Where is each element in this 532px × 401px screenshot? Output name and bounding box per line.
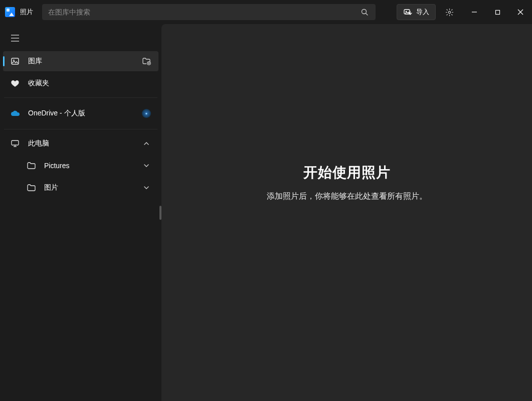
svg-rect-17 <box>12 141 19 145</box>
sidebar-item-label: 收藏夹 <box>28 79 152 88</box>
sidebar-item-pictures-cn[interactable]: 图片 <box>3 178 158 198</box>
import-label: 导入 <box>416 8 429 17</box>
sidebar-divider <box>4 129 157 129</box>
sidebar-item-pictures[interactable]: Pictures <box>3 156 158 176</box>
app-body: 图库 收藏夹 <box>0 24 532 401</box>
import-button[interactable]: 导入 <box>397 4 436 20</box>
window-controls <box>463 4 532 20</box>
gallery-icon <box>10 57 20 66</box>
svg-line-1 <box>366 14 368 16</box>
search-icon[interactable] <box>358 5 372 19</box>
sidebar: 图库 收藏夹 <box>0 24 161 401</box>
empty-state-subtitle: 添加照片后，你将能够在此处查看所有照片。 <box>267 191 427 202</box>
close-button[interactable] <box>509 4 532 20</box>
split-handle[interactable] <box>159 206 161 220</box>
sidebar-item-favorites[interactable]: 收藏夹 <box>3 73 158 93</box>
sidebar-item-label: OneDrive - 个人版 <box>28 109 132 118</box>
sidebar-divider <box>4 97 157 98</box>
titlebar: 照片 导入 <box>0 0 532 24</box>
onedrive-icon <box>10 110 20 117</box>
search-box[interactable] <box>42 4 376 20</box>
app-icon <box>5 7 15 17</box>
sidebar-item-thispc[interactable]: 此电脑 <box>3 133 158 154</box>
sidebar-item-label: 图片 <box>44 183 132 192</box>
sidebar-item-onedrive[interactable]: OneDrive - 个人版 • <box>3 102 158 125</box>
svg-point-13 <box>13 60 15 61</box>
svg-rect-12 <box>12 58 19 64</box>
svg-point-4 <box>448 11 450 13</box>
settings-button[interactable] <box>438 4 461 20</box>
chevron-down-icon[interactable] <box>140 163 152 169</box>
import-icon <box>403 8 412 17</box>
sidebar-item-label: Pictures <box>44 162 132 170</box>
chevron-down-icon[interactable] <box>140 185 152 191</box>
app-title: 照片 <box>20 8 33 17</box>
maximize-button[interactable] <box>486 4 509 20</box>
computer-icon <box>10 139 20 148</box>
hamburger-icon <box>11 35 19 42</box>
heart-icon <box>10 79 20 88</box>
search-input[interactable] <box>48 8 358 16</box>
folder-icon <box>26 162 36 170</box>
minimize-button[interactable] <box>463 4 486 20</box>
sidebar-item-gallery[interactable]: 图库 <box>3 51 158 71</box>
chevron-up-icon[interactable] <box>140 141 152 147</box>
add-folder-icon[interactable] <box>140 57 152 66</box>
hamburger-button[interactable] <box>5 29 25 47</box>
empty-state-title: 开始使用照片 <box>303 163 391 182</box>
sync-status-icon: • <box>140 109 152 118</box>
sidebar-item-label: 图库 <box>28 57 132 66</box>
content-area: 开始使用照片 添加照片后，你将能够在此处查看所有照片。 <box>161 24 532 401</box>
svg-rect-6 <box>495 10 499 14</box>
gear-icon <box>445 8 454 17</box>
sidebar-item-label: 此电脑 <box>28 139 132 148</box>
folder-icon <box>26 184 36 192</box>
